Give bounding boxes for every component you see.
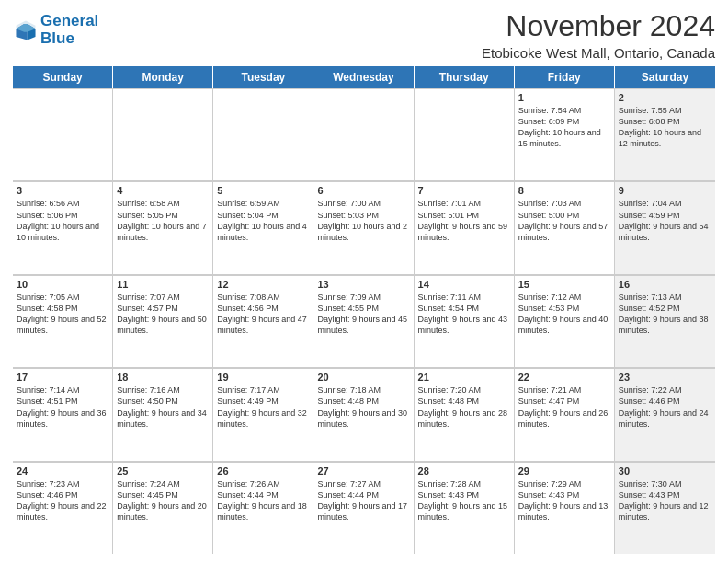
day-info: Sunrise: 7:55 AM Sunset: 6:08 PM Dayligh… <box>619 105 711 150</box>
calendar: SundayMondayTuesdayWednesdayThursdayFrid… <box>13 66 715 554</box>
day-number: 30 <box>619 465 711 477</box>
day-info: Sunrise: 7:13 AM Sunset: 4:52 PM Dayligh… <box>619 292 711 337</box>
day-number: 5 <box>217 185 309 196</box>
day-number: 26 <box>217 465 309 477</box>
calendar-header-saturday: Saturday <box>615 66 715 88</box>
day-info: Sunrise: 7:29 AM Sunset: 4:43 PM Dayligh… <box>518 478 610 523</box>
day-number: 6 <box>317 185 409 196</box>
calendar-cell: 9Sunrise: 7:04 AM Sunset: 4:59 PM Daylig… <box>615 181 715 273</box>
header: General Blue November 2024 Etobicoke Wes… <box>13 9 715 61</box>
day-number: 14 <box>418 279 510 290</box>
day-number: 1 <box>518 92 610 103</box>
calendar-cell <box>213 88 313 180</box>
day-info: Sunrise: 6:59 AM Sunset: 5:04 PM Dayligh… <box>217 198 309 243</box>
day-number: 12 <box>217 279 309 290</box>
calendar-cell: 20Sunrise: 7:18 AM Sunset: 4:48 PM Dayli… <box>313 368 414 460</box>
day-info: Sunrise: 7:08 AM Sunset: 4:56 PM Dayligh… <box>217 292 309 337</box>
day-number: 24 <box>17 465 108 477</box>
day-info: Sunrise: 7:30 AM Sunset: 4:43 PM Dayligh… <box>619 478 711 523</box>
day-number: 4 <box>117 185 209 196</box>
day-info: Sunrise: 7:03 AM Sunset: 5:00 PM Dayligh… <box>518 198 610 243</box>
day-info: Sunrise: 7:17 AM Sunset: 4:49 PM Dayligh… <box>217 385 309 430</box>
day-info: Sunrise: 7:18 AM Sunset: 4:48 PM Dayligh… <box>317 385 409 430</box>
calendar-cell <box>13 88 113 180</box>
day-info: Sunrise: 7:00 AM Sunset: 5:03 PM Dayligh… <box>317 198 409 243</box>
calendar-cell: 22Sunrise: 7:21 AM Sunset: 4:47 PM Dayli… <box>515 368 615 460</box>
day-info: Sunrise: 7:01 AM Sunset: 5:01 PM Dayligh… <box>418 198 510 243</box>
day-number: 2 <box>619 92 711 103</box>
day-number: 15 <box>518 279 610 290</box>
day-info: Sunrise: 7:14 AM Sunset: 4:51 PM Dayligh… <box>17 385 108 430</box>
calendar-header-monday: Monday <box>113 66 213 88</box>
day-info: Sunrise: 7:20 AM Sunset: 4:48 PM Dayligh… <box>418 385 510 430</box>
day-info: Sunrise: 7:21 AM Sunset: 4:47 PM Dayligh… <box>518 385 610 430</box>
month-title: November 2024 <box>482 9 715 43</box>
day-info: Sunrise: 7:16 AM Sunset: 4:50 PM Dayligh… <box>117 385 209 430</box>
calendar-header-friday: Friday <box>515 66 615 88</box>
calendar-cell: 4Sunrise: 6:58 AM Sunset: 5:05 PM Daylig… <box>113 181 213 273</box>
calendar-cell: 21Sunrise: 7:20 AM Sunset: 4:48 PM Dayli… <box>415 368 515 460</box>
day-info: Sunrise: 7:12 AM Sunset: 4:53 PM Dayligh… <box>518 292 610 337</box>
day-number: 9 <box>619 185 711 196</box>
day-info: Sunrise: 7:05 AM Sunset: 4:58 PM Dayligh… <box>17 292 108 337</box>
day-number: 18 <box>117 372 209 383</box>
day-number: 17 <box>17 372 108 383</box>
calendar-cell: 1Sunrise: 7:54 AM Sunset: 6:09 PM Daylig… <box>515 88 615 180</box>
day-number: 25 <box>117 465 209 477</box>
day-number: 19 <box>217 372 309 383</box>
logo-text: General Blue <box>40 13 98 47</box>
day-number: 16 <box>619 279 711 290</box>
day-info: Sunrise: 7:28 AM Sunset: 4:43 PM Dayligh… <box>418 478 510 523</box>
day-number: 22 <box>518 372 610 383</box>
day-info: Sunrise: 7:11 AM Sunset: 4:54 PM Dayligh… <box>418 292 510 337</box>
day-info: Sunrise: 7:54 AM Sunset: 6:09 PM Dayligh… <box>518 105 610 150</box>
calendar-row-3: 17Sunrise: 7:14 AM Sunset: 4:51 PM Dayli… <box>13 368 715 461</box>
day-info: Sunrise: 7:22 AM Sunset: 4:46 PM Dayligh… <box>619 385 711 430</box>
day-info: Sunrise: 6:56 AM Sunset: 5:06 PM Dayligh… <box>17 198 108 243</box>
calendar-cell: 3Sunrise: 6:56 AM Sunset: 5:06 PM Daylig… <box>13 181 113 273</box>
calendar-cell: 7Sunrise: 7:01 AM Sunset: 5:01 PM Daylig… <box>415 181 515 273</box>
calendar-row-1: 3Sunrise: 6:56 AM Sunset: 5:06 PM Daylig… <box>13 181 715 274</box>
day-number: 7 <box>418 185 510 196</box>
calendar-cell: 23Sunrise: 7:22 AM Sunset: 4:46 PM Dayli… <box>615 368 715 460</box>
page: General Blue November 2024 Etobicoke Wes… <box>0 0 728 563</box>
day-info: Sunrise: 6:58 AM Sunset: 5:05 PM Dayligh… <box>117 198 209 243</box>
calendar-header-thursday: Thursday <box>415 66 515 88</box>
calendar-cell: 17Sunrise: 7:14 AM Sunset: 4:51 PM Dayli… <box>13 368 113 460</box>
calendar-cell: 12Sunrise: 7:08 AM Sunset: 4:56 PM Dayli… <box>213 275 313 367</box>
calendar-header-sunday: Sunday <box>13 66 113 88</box>
location: Etobicoke West Mall, Ontario, Canada <box>482 45 715 61</box>
day-info: Sunrise: 7:24 AM Sunset: 4:45 PM Dayligh… <box>117 478 209 523</box>
calendar-cell: 30Sunrise: 7:30 AM Sunset: 4:43 PM Dayli… <box>615 462 715 554</box>
day-info: Sunrise: 7:26 AM Sunset: 4:44 PM Dayligh… <box>217 478 309 523</box>
calendar-row-0: 1Sunrise: 7:54 AM Sunset: 6:09 PM Daylig… <box>13 88 715 181</box>
calendar-cell: 13Sunrise: 7:09 AM Sunset: 4:55 PM Dayli… <box>313 275 414 367</box>
calendar-cell: 14Sunrise: 7:11 AM Sunset: 4:54 PM Dayli… <box>415 275 515 367</box>
calendar-row-4: 24Sunrise: 7:23 AM Sunset: 4:46 PM Dayli… <box>13 462 715 554</box>
title-area: November 2024 Etobicoke West Mall, Ontar… <box>482 9 715 61</box>
day-number: 8 <box>518 185 610 196</box>
day-number: 29 <box>518 465 610 477</box>
calendar-cell: 24Sunrise: 7:23 AM Sunset: 4:46 PM Dayli… <box>13 462 113 554</box>
calendar-cell: 6Sunrise: 7:00 AM Sunset: 5:03 PM Daylig… <box>313 181 414 273</box>
calendar-cell: 28Sunrise: 7:28 AM Sunset: 4:43 PM Dayli… <box>415 462 515 554</box>
day-number: 27 <box>317 465 409 477</box>
logo: General Blue <box>13 13 98 47</box>
calendar-cell: 15Sunrise: 7:12 AM Sunset: 4:53 PM Dayli… <box>515 275 615 367</box>
calendar-cell: 19Sunrise: 7:17 AM Sunset: 4:49 PM Dayli… <box>213 368 313 460</box>
day-info: Sunrise: 7:07 AM Sunset: 4:57 PM Dayligh… <box>117 292 209 337</box>
day-info: Sunrise: 7:23 AM Sunset: 4:46 PM Dayligh… <box>17 478 108 523</box>
day-number: 13 <box>317 279 409 290</box>
calendar-header-tuesday: Tuesday <box>213 66 313 88</box>
logo-icon <box>13 17 39 43</box>
calendar-cell: 27Sunrise: 7:27 AM Sunset: 4:44 PM Dayli… <box>313 462 414 554</box>
calendar-body: 1Sunrise: 7:54 AM Sunset: 6:09 PM Daylig… <box>13 88 715 554</box>
calendar-cell: 10Sunrise: 7:05 AM Sunset: 4:58 PM Dayli… <box>13 275 113 367</box>
day-number: 21 <box>418 372 510 383</box>
day-number: 10 <box>17 279 108 290</box>
calendar-cell <box>113 88 213 180</box>
calendar-cell: 5Sunrise: 6:59 AM Sunset: 5:04 PM Daylig… <box>213 181 313 273</box>
day-number: 20 <box>317 372 409 383</box>
day-number: 3 <box>17 185 108 196</box>
calendar-cell: 16Sunrise: 7:13 AM Sunset: 4:52 PM Dayli… <box>615 275 715 367</box>
